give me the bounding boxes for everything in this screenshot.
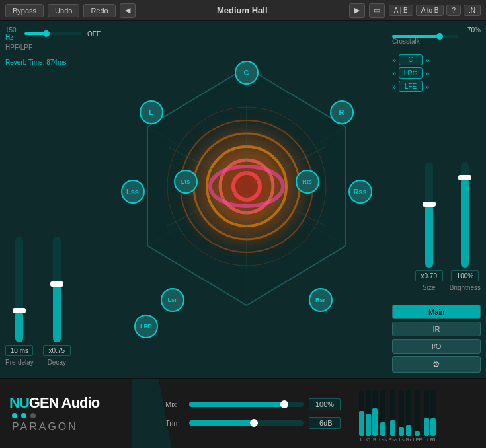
loop-button[interactable]: ▭ xyxy=(369,3,385,18)
svg-point-6 xyxy=(194,133,300,239)
meter-label-LFE: LFE xyxy=(413,437,423,443)
brand-nu: NU xyxy=(9,394,29,411)
hexagon-svg xyxy=(121,54,372,345)
brand-sub: PARAGON xyxy=(9,421,143,433)
bottom-center: Mix 100% Trim -6dB xyxy=(152,379,354,448)
speaker-node-Lsr[interactable]: Lsr xyxy=(161,288,184,312)
atob-button[interactable]: A to B xyxy=(416,5,444,16)
io-nav-button[interactable]: I/O xyxy=(392,339,481,354)
speaker-node-Rts[interactable]: Rts xyxy=(296,170,319,194)
meter-bar-C xyxy=(366,414,371,436)
speaker-node-Lts[interactable]: Lts xyxy=(174,170,198,194)
menu-button[interactable]: :N xyxy=(464,5,481,16)
help-button[interactable]: ? xyxy=(446,5,461,16)
dot-2 xyxy=(21,413,26,418)
hpf-lpf-label: HPF/LPF xyxy=(5,44,101,51)
crosstalk-label: Crosstalk xyxy=(392,38,481,45)
bypass-button[interactable]: Bypass xyxy=(5,4,44,17)
meter-bar-Lt xyxy=(424,418,429,436)
size-value: x0.70 xyxy=(415,270,443,281)
nav-buttons: Main IR I/O ⚙ xyxy=(392,305,481,373)
reverb-time: Reverb Time: 874ms xyxy=(5,59,101,66)
size-label: Size xyxy=(423,284,435,291)
meter-bar-container-LFE xyxy=(415,390,420,436)
hex-container: C L R Lss Rss Lts Rts Lsr xyxy=(121,54,372,345)
meter-label-Rr: Rr xyxy=(406,437,411,443)
meter-bar-container-Lss xyxy=(380,390,385,436)
bottom-panel: NUGEN Audio PARAGON Mix 100% Trim -6dB xyxy=(0,378,486,448)
ct-channel-LFE: » LFE » xyxy=(392,81,481,92)
ir-nav-button[interactable]: IR xyxy=(392,322,481,336)
bottom-left-brand: NUGEN Audio PARAGON xyxy=(0,379,152,448)
meter-bar-container-Lt xyxy=(424,390,429,436)
size-fader-track[interactable] xyxy=(425,162,433,268)
decay-fader-col: x0.75 Decay xyxy=(43,237,71,366)
meter-channel-L: L xyxy=(359,390,364,443)
decay-value: x0.75 xyxy=(43,345,71,356)
hpf-slider[interactable] xyxy=(24,28,82,39)
speaker-node-L[interactable]: L xyxy=(140,100,163,124)
hpf-value: 150 Hz xyxy=(5,26,22,41)
main-nav-button[interactable]: Main xyxy=(392,305,481,319)
crosstalk-channels: » C » » LRts » » LFE » xyxy=(392,54,481,92)
ct-channel-C: » C » xyxy=(392,54,481,65)
prev-preset-button[interactable]: ◀ xyxy=(120,3,136,18)
ct-arrow-in-LRts: » xyxy=(392,69,396,77)
ct-arrow-out-LRts: » xyxy=(425,69,429,77)
brightness-value: 100% xyxy=(451,270,479,281)
hpf-filter-row: 150 Hz OFF xyxy=(5,26,101,41)
mix-value: 100% xyxy=(309,398,341,410)
meter-bar-container-C xyxy=(366,390,371,436)
meter-bar-LFE xyxy=(415,431,420,436)
meter-label-L: L xyxy=(360,437,363,443)
mix-slider[interactable] xyxy=(189,402,304,407)
play-button[interactable]: ▶ xyxy=(349,3,365,18)
meter-bar-Rss xyxy=(390,420,395,437)
meter-label-Ls: Ls xyxy=(399,437,404,443)
ct-channel-btn-LRts[interactable]: LRts xyxy=(399,67,423,79)
ct-channel-btn-C[interactable]: C xyxy=(399,54,423,65)
meter-bar-container-Rss xyxy=(390,390,395,436)
trim-slider[interactable] xyxy=(189,420,304,426)
ct-channel-LRts: » LRts » xyxy=(392,67,481,79)
svg-marker-15 xyxy=(132,379,172,448)
trim-row: Trim -6dB xyxy=(165,417,341,429)
speaker-node-Rsr[interactable]: Rsr xyxy=(309,288,333,312)
lpf-value: OFF xyxy=(87,30,101,38)
right-faders-row: x0.70 Size 100% Brightness xyxy=(392,96,481,298)
predelay-fader-col: 10 ms Pre-delay xyxy=(5,237,34,366)
brand-logo: NUGEN Audio xyxy=(9,394,143,412)
ct-arrow-in-C: » xyxy=(392,56,396,64)
meter-bar-L xyxy=(359,411,364,437)
decay-fader-track[interactable] xyxy=(53,237,61,342)
ab-button[interactable]: A | B xyxy=(389,5,413,16)
speaker-node-LFE[interactable]: LFE xyxy=(134,315,158,338)
predelay-label: Pre-delay xyxy=(5,359,34,366)
speaker-node-Lss[interactable]: Lss xyxy=(121,180,145,204)
undo-button[interactable]: Undo xyxy=(48,4,79,17)
bottom-divider-shape xyxy=(132,379,172,448)
predelay-value: 10 ms xyxy=(5,345,33,356)
svg-point-14 xyxy=(210,167,283,206)
ct-arrow-out-LFE: » xyxy=(425,83,429,91)
crosstalk-slider[interactable] xyxy=(392,35,458,38)
predelay-fader-track[interactable] xyxy=(15,237,23,342)
meter-label-Rt: Rt xyxy=(430,437,436,443)
bottom-right-meters: LCRLssRssLsRrLFELtRt xyxy=(354,379,486,448)
center-panel: C L R Lss Rss Lts Rts Lsr xyxy=(106,21,387,378)
meter-channel-Lt: Lt xyxy=(424,390,429,443)
ct-channel-btn-LFE[interactable]: LFE xyxy=(399,81,423,92)
speaker-node-C[interactable]: C xyxy=(235,61,259,85)
speaker-node-R[interactable]: R xyxy=(330,100,354,124)
speaker-node-Rss[interactable]: Rss xyxy=(348,180,372,204)
meter-label-R: R xyxy=(373,437,377,443)
brand-dots xyxy=(9,413,143,418)
svg-point-7 xyxy=(207,147,286,226)
brand-gen: GEN Audio xyxy=(29,394,99,411)
meter-channel-LFE: LFE xyxy=(413,390,423,443)
brightness-fader-track[interactable] xyxy=(461,162,469,268)
redo-button[interactable]: Redo xyxy=(83,4,115,17)
meter-bar-Rt xyxy=(430,418,436,436)
settings-nav-button[interactable]: ⚙ xyxy=(392,356,481,373)
meter-bar-container-Rt xyxy=(430,390,436,436)
